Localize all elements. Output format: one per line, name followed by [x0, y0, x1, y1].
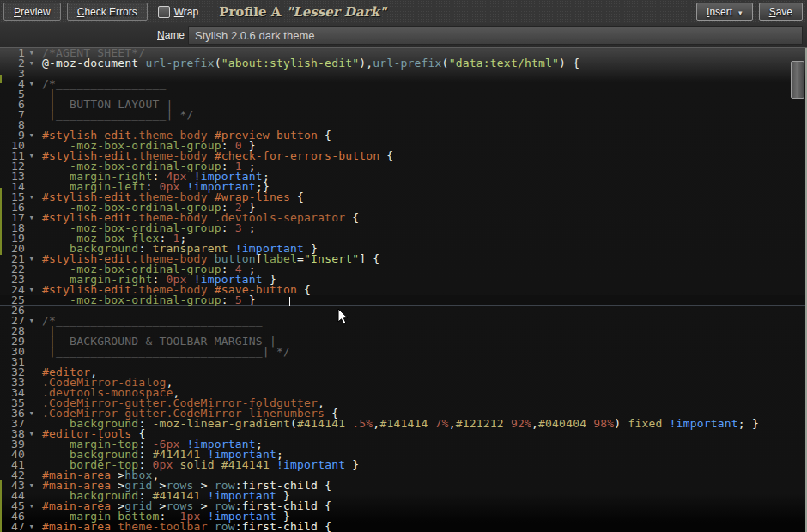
preview-button[interactable]: Preview: [3, 3, 61, 21]
fold-gutter-spacer: [25, 511, 39, 522]
code-line[interactable]: 27▼/*______________________________: [0, 316, 807, 326]
stylish-edit-window: Preview Check Errors Wrap Profile A"Less…: [0, 0, 807, 532]
fold-gutter-spacer: [25, 275, 39, 285]
theme-title: "Lesser Dark": [286, 4, 385, 20]
fold-gutter-spacer: [25, 460, 39, 470]
fold-arrow-icon[interactable]: ▼: [25, 192, 39, 203]
code-text: @-moz-document url-prefix("about:stylish…: [39, 58, 579, 69]
insert-button[interactable]: Insert▾: [696, 3, 753, 21]
code-text: |________________| */: [39, 110, 194, 120]
code-text: #main-area theme-toolbar row:first-child…: [39, 522, 331, 532]
code-line[interactable]: 7 |________________| */: [0, 110, 807, 120]
fold-gutter-spacer: [25, 398, 39, 408]
name-row: Name: [0, 23, 807, 47]
fold-arrow-icon[interactable]: ▼: [25, 429, 39, 439]
gutter-accent-strip: [0, 480, 2, 532]
fold-gutter-spacer: [25, 264, 39, 275]
fold-gutter-spacer: [25, 120, 39, 130]
mouse-cursor: [337, 308, 351, 327]
fold-gutter-spacer: [25, 326, 39, 336]
code-line[interactable]: 31: [0, 357, 807, 367]
fold-arrow-icon[interactable]: ▼: [25, 501, 39, 511]
code-text: /*______________________________: [39, 316, 263, 326]
fold-gutter-spacer: [25, 305, 39, 316]
preview-button-label: P: [14, 6, 21, 18]
code-line[interactable]: 30 |______________________________| */: [0, 347, 807, 357]
gutter: 47▼: [0, 522, 39, 532]
code-lines: 1▼/*AGENT SHEET*/2▼@-moz-document url-pr…: [0, 48, 807, 532]
fold-gutter-spacer: [25, 161, 39, 172]
fold-gutter-spacer: [25, 336, 39, 347]
fold-gutter-spacer: [25, 450, 39, 460]
code-line[interactable]: 2▼@-moz-document url-prefix("about:styli…: [0, 58, 807, 69]
dropdown-arrow-icon: ▾: [738, 9, 743, 17]
fold-gutter-spacer: [25, 100, 39, 110]
wrap-checkbox[interactable]: [158, 6, 170, 18]
fold-arrow-icon[interactable]: ▼: [25, 522, 39, 532]
fold-gutter-spacer: [25, 172, 39, 182]
wrap-checkbox-group[interactable]: Wrap: [158, 6, 198, 18]
gutter-accent-strip: [0, 75, 2, 83]
fold-arrow-icon[interactable]: ▼: [25, 79, 39, 89]
fold-gutter-spacer: [25, 244, 39, 254]
toolbar: Preview Check Errors Wrap Profile A"Less…: [0, 0, 807, 23]
fold-gutter-spacer: [25, 357, 39, 367]
wrap-label: Wrap: [174, 6, 198, 18]
code-text: |______________________________| */: [39, 347, 290, 357]
code-text: /*________________: [39, 79, 166, 89]
code-text: -moz-box-ordinal-group: 5 }: [39, 295, 256, 305]
name-input[interactable]: [188, 26, 803, 45]
fold-gutter-spacer: [25, 141, 39, 151]
fold-gutter-spacer: [25, 203, 39, 213]
code-line[interactable]: 47▼#main-area theme-toolbar row:first-ch…: [0, 522, 807, 532]
fold-arrow-icon[interactable]: ▼: [25, 316, 39, 326]
fold-gutter-spacer: [25, 388, 39, 398]
fold-gutter-spacer: [25, 295, 39, 305]
fold-gutter-spacer: [25, 110, 39, 120]
save-button[interactable]: Save: [759, 3, 803, 21]
line-number: 47: [0, 522, 25, 532]
name-label: Name: [0, 29, 188, 41]
fold-arrow-icon[interactable]: ▼: [25, 58, 39, 69]
fold-arrow-icon[interactable]: ▼: [25, 48, 39, 58]
fold-gutter-spacer: [25, 491, 39, 501]
fold-gutter-spacer: [25, 378, 39, 388]
fold-gutter-spacer: [25, 89, 39, 100]
fold-gutter-spacer: [25, 233, 39, 244]
fold-arrow-icon[interactable]: ▼: [25, 408, 39, 419]
fold-arrow-icon[interactable]: ▼: [25, 151, 39, 161]
fold-gutter-spacer: [25, 223, 39, 233]
code-line[interactable]: 4▼/*________________: [0, 79, 807, 89]
fold-arrow-icon[interactable]: ▼: [25, 285, 39, 295]
fold-gutter-spacer: [25, 470, 39, 481]
fold-gutter-spacer: [25, 419, 39, 429]
scrollbar-thumb[interactable]: [791, 61, 804, 99]
fold-arrow-icon[interactable]: ▼: [25, 130, 39, 141]
gutter-accent-strip: [0, 188, 2, 255]
fold-gutter-spacer: [25, 367, 39, 378]
fold-gutter-spacer: [25, 182, 39, 192]
code-text: background: -moz-linear-gradient(#414141…: [39, 419, 759, 429]
fold-arrow-icon[interactable]: ▼: [25, 213, 39, 223]
fold-gutter-spacer: [25, 69, 39, 79]
check-errors-button[interactable]: Check Errors: [67, 3, 148, 21]
fold-gutter-spacer: [25, 439, 39, 450]
profile-label: Profile A: [219, 4, 281, 20]
code-line[interactable]: 25 -moz-box-ordinal-group: 5 }: [0, 295, 807, 305]
code-editor[interactable]: 1▼/*AGENT SHEET*/2▼@-moz-document url-pr…: [0, 47, 807, 532]
fold-gutter-spacer: [25, 347, 39, 357]
fold-arrow-icon[interactable]: ▼: [25, 254, 39, 264]
profile-title: Profile A"Lesser Dark": [219, 4, 386, 20]
text-caret: [289, 297, 290, 306]
fold-arrow-icon[interactable]: ▼: [25, 481, 39, 491]
